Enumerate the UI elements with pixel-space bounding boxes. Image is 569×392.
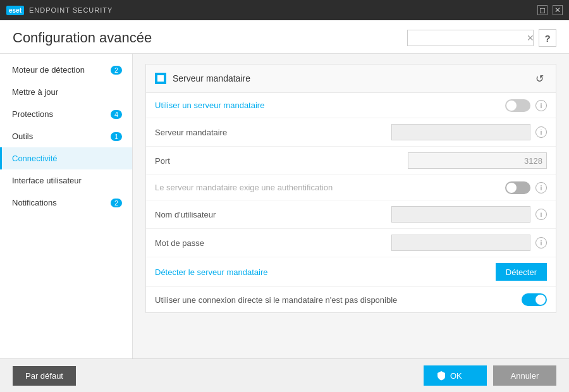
minimize-button[interactable]: ◻ bbox=[537, 5, 548, 15]
control-area-proxy-server: i bbox=[391, 124, 547, 140]
sidebar-item-update[interactable]: Mettre à jour bbox=[0, 81, 132, 103]
form-row-detect-proxy: Détecter le serveur mandataire Détecter bbox=[146, 257, 556, 287]
search-box: ✕ bbox=[407, 30, 534, 46]
text-input-username bbox=[391, 206, 530, 223]
footer: Par défaut OK Annuler bbox=[0, 358, 569, 392]
title-bar: eset ENDPOINT SECURITY ◻ ✕ bbox=[0, 0, 569, 20]
search-clear-icon[interactable]: ✕ bbox=[527, 33, 534, 43]
sidebar-item-label: Connectivité bbox=[12, 154, 122, 163]
toggle-auth-required[interactable] bbox=[505, 181, 530, 194]
section-icon bbox=[155, 73, 166, 84]
form-row-password: Mot de passe i bbox=[146, 229, 556, 257]
control-area-direct-connection bbox=[522, 293, 547, 306]
toggle-slider-use-proxy bbox=[505, 99, 530, 112]
form-label-port: Port bbox=[155, 156, 408, 166]
sidebar-item-tools[interactable]: Outils 1 bbox=[0, 125, 132, 147]
sidebar-item-label: Outils bbox=[12, 132, 107, 141]
sidebar-item-label: Protections bbox=[12, 109, 107, 119]
help-button[interactable]: ? bbox=[539, 29, 556, 47]
section-title: Serveur mandataire bbox=[173, 73, 525, 83]
body: Moteur de détection 2 Mettre à jour Prot… bbox=[0, 54, 569, 358]
info-icon-auth-required[interactable]: i bbox=[535, 182, 547, 193]
sidebar-item-label: Moteur de détection bbox=[12, 65, 107, 75]
control-area-use-proxy: i bbox=[505, 99, 547, 112]
form-label-password: Mot de passe bbox=[155, 238, 391, 248]
control-area-detect-proxy: Détecter bbox=[496, 263, 547, 281]
badge-detection: 2 bbox=[111, 66, 122, 75]
toggle-direct-connection[interactable] bbox=[522, 293, 547, 306]
port-input-port bbox=[408, 152, 547, 169]
form-row-direct-connection: Utiliser une connexion directe si le man… bbox=[146, 287, 556, 312]
sidebar: Moteur de détection 2 Mettre à jour Prot… bbox=[0, 54, 133, 358]
svg-rect-2 bbox=[157, 75, 164, 82]
info-icon-username[interactable]: i bbox=[535, 209, 547, 220]
detect-button[interactable]: Détecter bbox=[496, 263, 547, 281]
form-label-auth-required: Le serveur mandataire exige une authenti… bbox=[155, 183, 505, 192]
toggle-use-proxy[interactable] bbox=[505, 99, 530, 112]
form-label-detect-proxy: Détecter le serveur mandataire bbox=[155, 267, 496, 277]
page-title: Configuration avancée bbox=[13, 30, 152, 46]
main-content: Configuration avancée ✕ ? Moteur de déte… bbox=[0, 20, 569, 358]
form-label-username: Nom d'utilisateur bbox=[155, 210, 391, 219]
info-icon-proxy-server[interactable]: i bbox=[535, 126, 547, 138]
reset-button[interactable]: ↺ bbox=[532, 71, 547, 86]
footer-right: OK Annuler bbox=[424, 365, 556, 386]
control-area-port bbox=[408, 152, 547, 169]
text-input-password bbox=[391, 235, 530, 251]
control-area-password: i bbox=[391, 235, 547, 251]
header: Configuration avancée ✕ ? bbox=[0, 20, 569, 54]
toggle-slider-direct-connection bbox=[522, 293, 547, 306]
form-row-auth-required: Le serveur mandataire exige une authenti… bbox=[146, 175, 556, 200]
info-icon-password[interactable]: i bbox=[535, 237, 547, 248]
section-card: Serveur mandataire ↺ Utiliser un serveur… bbox=[145, 64, 556, 313]
sidebar-item-label: Mettre à jour bbox=[12, 87, 122, 97]
eset-logo: eset bbox=[6, 6, 24, 15]
form-rows: Utiliser un serveur mandataire i Serveur… bbox=[146, 93, 556, 312]
search-input[interactable] bbox=[417, 34, 523, 43]
title-bar-left: eset ENDPOINT SECURITY bbox=[6, 6, 113, 15]
badge-protections: 4 bbox=[111, 110, 122, 119]
app-name: ENDPOINT SECURITY bbox=[29, 6, 113, 14]
form-label-use-proxy: Utiliser un serveur mandataire bbox=[155, 101, 505, 110]
info-icon-use-proxy[interactable]: i bbox=[535, 100, 547, 111]
control-area-username: i bbox=[391, 206, 547, 223]
form-row-use-proxy: Utiliser un serveur mandataire i bbox=[146, 93, 556, 118]
sidebar-item-ui[interactable]: Interface utilisateur bbox=[0, 169, 132, 192]
badge-tools: 1 bbox=[111, 132, 122, 141]
control-area-auth-required: i bbox=[505, 181, 547, 194]
sidebar-item-label: Notifications bbox=[12, 198, 107, 207]
ok-label: OK bbox=[450, 371, 462, 381]
content-panel: Serveur mandataire ↺ Utiliser un serveur… bbox=[133, 54, 569, 358]
close-button[interactable]: ✕ bbox=[553, 5, 563, 15]
sidebar-item-connectivity[interactable]: Connectivité bbox=[0, 147, 132, 169]
header-right: ✕ ? bbox=[407, 29, 556, 47]
badge-notifications: 2 bbox=[111, 199, 122, 207]
form-label-proxy-server: Serveur mandataire bbox=[155, 128, 391, 137]
form-label-direct-connection: Utiliser une connexion directe si le man… bbox=[155, 295, 522, 305]
toggle-slider-auth-required bbox=[505, 181, 530, 194]
ok-button[interactable]: OK bbox=[424, 365, 487, 386]
cancel-button[interactable]: Annuler bbox=[493, 365, 556, 386]
sidebar-item-protections[interactable]: Protections 4 bbox=[0, 103, 132, 125]
form-row-port: Port bbox=[146, 147, 556, 175]
shield-icon bbox=[436, 371, 446, 381]
default-button[interactable]: Par défaut bbox=[13, 366, 76, 386]
title-bar-controls: ◻ ✕ bbox=[537, 5, 563, 15]
form-row-username: Nom d'utilisateur i bbox=[146, 200, 556, 229]
form-row-proxy-server: Serveur mandataire i bbox=[146, 118, 556, 147]
section-header: Serveur mandataire ↺ bbox=[146, 64, 556, 93]
footer-left: Par défaut bbox=[13, 366, 76, 386]
sidebar-item-detection[interactable]: Moteur de détection 2 bbox=[0, 59, 132, 81]
text-input-proxy-server bbox=[391, 124, 530, 140]
sidebar-item-notifications[interactable]: Notifications 2 bbox=[0, 192, 132, 214]
sidebar-item-label: Interface utilisateur bbox=[12, 176, 122, 185]
